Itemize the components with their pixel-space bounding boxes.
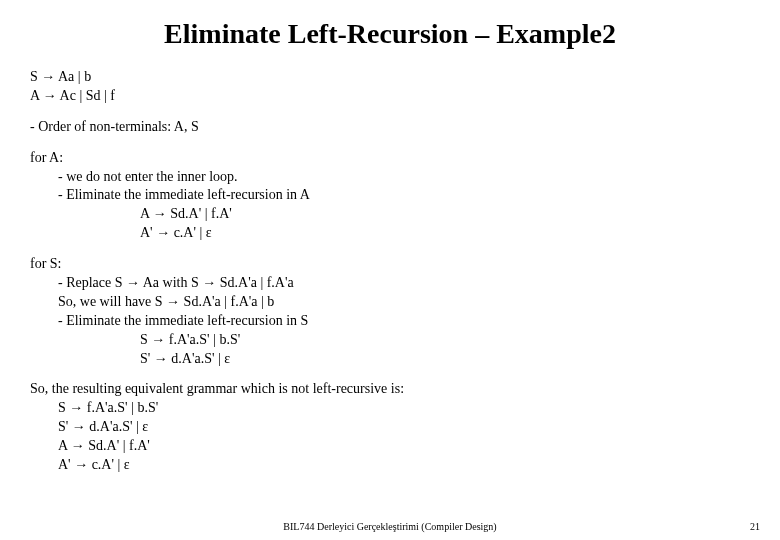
- page-number: 21: [750, 521, 760, 532]
- result-rule: A' → c.A' | ε: [30, 456, 750, 475]
- result-block: So, the resulting equivalent grammar whi…: [30, 380, 750, 474]
- for-s-step: - Replace S → Aa with S → Sd.A'a | f.A'a: [30, 274, 750, 293]
- result-head: So, the resulting equivalent grammar whi…: [30, 380, 750, 399]
- for-s-rule: S' → d.A'a.S' | ε: [30, 350, 750, 369]
- for-a-head: for A:: [30, 149, 750, 168]
- grammar-line: S → Aa | b: [30, 68, 750, 87]
- order-line: - Order of non-terminals: A, S: [30, 118, 750, 137]
- for-a-rule: A → Sd.A' | f.A': [30, 205, 750, 224]
- for-s-head: for S:: [30, 255, 750, 274]
- grammar-line: A → Ac | Sd | f: [30, 87, 750, 106]
- result-rule: A → Sd.A' | f.A': [30, 437, 750, 456]
- for-s-step: - Eliminate the immediate left-recursion…: [30, 312, 750, 331]
- for-s-rule: S → f.A'a.S' | b.S': [30, 331, 750, 350]
- page-title: Eliminate Left-Recursion – Example2: [30, 18, 750, 50]
- for-a-rule: A' → c.A' | ε: [30, 224, 750, 243]
- result-rule: S → f.A'a.S' | b.S': [30, 399, 750, 418]
- initial-grammar: S → Aa | b A → Ac | Sd | f: [30, 68, 750, 106]
- result-rule: S' → d.A'a.S' | ε: [30, 418, 750, 437]
- for-s-step: So, we will have S → Sd.A'a | f.A'a | b: [30, 293, 750, 312]
- footer-text: BIL744 Derleyici Gerçekleştirimi (Compil…: [0, 521, 780, 532]
- for-s-block: for S: - Replace S → Aa with S → Sd.A'a …: [30, 255, 750, 368]
- for-a-block: for A: - we do not enter the inner loop.…: [30, 149, 750, 243]
- for-a-step: - Eliminate the immediate left-recursion…: [30, 186, 750, 205]
- for-a-step: - we do not enter the inner loop.: [30, 168, 750, 187]
